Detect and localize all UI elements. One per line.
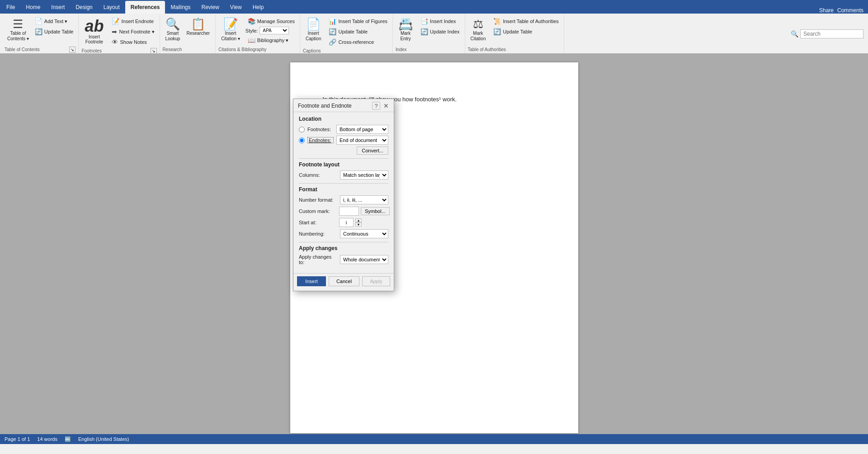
- mark-citation-button[interactable]: ⚖ MarkCitation: [468, 16, 489, 43]
- insert-footnote-button[interactable]: ab InsertFootnote: [81, 16, 107, 46]
- tab-review[interactable]: Review: [196, 1, 225, 14]
- share-button[interactable]: Share: [819, 7, 834, 14]
- dialog-footer: Insert Cancel Apply: [293, 273, 394, 291]
- ribbon-group-captions: 📄 InsertCaption 📊 Insert Table of Figure…: [300, 14, 393, 53]
- style-label: Style:: [245, 28, 258, 33]
- smart-lookup-button[interactable]: 🔍 SmartLookup: [163, 16, 183, 43]
- status-bar: Page 1 of 1 14 words 🔤 English (United S…: [0, 434, 868, 444]
- show-notes-button[interactable]: 👁 Show Notes: [109, 37, 156, 47]
- tab-view[interactable]: View: [225, 1, 247, 14]
- update-captions-table-button[interactable]: 🔄 Update Table: [326, 27, 390, 37]
- dialog-close-button[interactable]: ✕: [382, 102, 390, 110]
- footnote-icon: ab: [85, 18, 104, 34]
- table-of-contents-button[interactable]: ☰ Table ofContents ▾: [5, 16, 32, 43]
- search-input[interactable]: [800, 29, 863, 38]
- insert-citation-icon: 📝: [223, 18, 238, 30]
- location-section: Location Footnotes: Bottom of page Endno…: [299, 116, 388, 155]
- bibliography-button[interactable]: 📖 Bibliography ▾: [245, 35, 297, 45]
- footnotes-radio[interactable]: [299, 127, 305, 132]
- research-group-label: Research: [163, 46, 182, 53]
- endnotes-radio-label: Endnotes:: [307, 137, 334, 143]
- dialog-titlebar: Footnote and Endnote ? ✕: [293, 99, 394, 112]
- update-toc-icon: 🔄: [35, 28, 42, 35]
- insert-citation-button[interactable]: 📝 InsertCitation ▾: [218, 16, 243, 43]
- mark-citation-icon: ⚖: [473, 18, 483, 30]
- status-language: English (United States): [78, 436, 129, 442]
- columns-select[interactable]: Match section layout: [340, 170, 388, 180]
- tab-help[interactable]: Help: [247, 1, 269, 14]
- next-footnote-icon: ➡: [112, 28, 117, 35]
- show-notes-icon: 👁: [112, 38, 118, 46]
- dialog-body: Location Footnotes: Bottom of page Endno…: [293, 112, 394, 273]
- symbol-button[interactable]: Symbol...: [361, 207, 390, 215]
- format-section: Format Number format: i, ii, iii, ... Cu…: [299, 186, 388, 238]
- ribbon-container: File Home Insert Design Layout Reference…: [0, 0, 868, 53]
- style-select[interactable]: APA: [259, 27, 289, 34]
- toc-group-expand[interactable]: ↘: [69, 47, 75, 53]
- custom-mark-input[interactable]: [339, 207, 359, 216]
- mark-entry-button[interactable]: 📇 MarkEntry: [396, 16, 415, 43]
- toc-group-label: Table of Contents: [5, 46, 40, 53]
- number-format-label: Number format:: [299, 197, 337, 203]
- search-area: 🔍: [786, 14, 868, 53]
- comments-button[interactable]: Comments: [837, 7, 863, 14]
- update-index-button[interactable]: 🔄 Update Index: [418, 27, 462, 37]
- apply-button[interactable]: Apply: [362, 276, 390, 286]
- search-icon: 🔍: [791, 30, 798, 38]
- insert-authorities-icon: 📜: [493, 18, 501, 25]
- update-authorities-button[interactable]: 🔄 Update Table: [491, 27, 561, 37]
- location-section-label: Location: [299, 116, 388, 122]
- insert-citation-label: InsertCitation ▾: [221, 31, 240, 42]
- custom-mark-row: Custom mark: Symbol...: [299, 207, 388, 216]
- tab-file[interactable]: File: [1, 1, 20, 14]
- update-authorities-icon: 🔄: [493, 28, 501, 35]
- spinner-up-button[interactable]: ▲: [355, 218, 362, 222]
- endnotes-radio[interactable]: [299, 137, 305, 143]
- manage-sources-button[interactable]: 📚 Manage Sources: [245, 16, 297, 26]
- tab-layout[interactable]: Layout: [98, 1, 125, 14]
- tab-insert[interactable]: Insert: [46, 1, 70, 14]
- tab-references[interactable]: References: [125, 1, 165, 14]
- insert-endnote-icon: 📝: [112, 18, 119, 25]
- tab-design[interactable]: Design: [70, 1, 98, 14]
- tab-mailings[interactable]: Mailings: [165, 1, 196, 14]
- footnotes-location-select[interactable]: Bottom of page: [336, 125, 388, 134]
- toc-icon: ☰: [13, 18, 23, 30]
- update-index-icon: 🔄: [420, 28, 428, 35]
- spinner-down-button[interactable]: ▼: [355, 222, 362, 227]
- insert-caption-button[interactable]: 📄 InsertCaption: [303, 16, 324, 43]
- cross-reference-button[interactable]: 🔗 Cross-reference: [326, 37, 390, 47]
- numbering-label: Numbering:: [299, 231, 337, 236]
- convert-button[interactable]: Convert...: [357, 147, 388, 155]
- ribbon-group-research: 🔍 SmartLookup 📋 Researcher Research: [160, 14, 216, 53]
- researcher-button[interactable]: 📋 Researcher: [184, 16, 212, 38]
- smart-lookup-label: SmartLookup: [165, 31, 180, 42]
- section-divider-3: [299, 242, 388, 242]
- researcher-label: Researcher: [186, 31, 210, 36]
- insert-table-of-figures-button[interactable]: 📊 Insert Table of Figures: [326, 16, 390, 26]
- start-at-label: Start at:: [299, 220, 337, 225]
- dialog-help-button[interactable]: ?: [372, 102, 380, 110]
- insert-index-button[interactable]: 📑 Insert Index: [418, 16, 462, 26]
- insert-index-icon: 📑: [420, 18, 428, 25]
- endnotes-location-select[interactable]: End of document: [336, 136, 388, 145]
- update-toc-button[interactable]: 🔄 Update Table: [33, 27, 76, 37]
- section-divider-1: [299, 158, 388, 159]
- insert-endnote-button[interactable]: 📝 Insert Endnote: [109, 16, 156, 26]
- dialog-controls: ? ✕: [372, 102, 390, 110]
- add-text-icon: 📄: [35, 18, 42, 25]
- insert-footnote-label: InsertFootnote: [85, 34, 103, 44]
- start-at-input[interactable]: i: [339, 218, 354, 227]
- add-text-button[interactable]: 📄 Add Text ▾: [33, 16, 76, 26]
- numbering-select[interactable]: Continuous: [340, 229, 388, 238]
- number-format-select[interactable]: i, ii, iii, ...: [340, 195, 388, 204]
- insert-authorities-button[interactable]: 📜 Insert Table of Authorities: [491, 16, 561, 26]
- ribbon-group-citations: 📝 InsertCitation ▾ 📚 Manage Sources Styl…: [216, 14, 300, 53]
- apply-changes-to-select[interactable]: Whole document: [340, 255, 388, 264]
- researcher-icon: 📋: [191, 18, 205, 30]
- insert-button[interactable]: Insert: [297, 276, 326, 286]
- index-group-label: Index: [396, 46, 406, 53]
- next-footnote-button[interactable]: ➡ Next Footnote ▾: [109, 27, 156, 37]
- cancel-button[interactable]: Cancel: [329, 276, 359, 286]
- tab-home[interactable]: Home: [20, 1, 46, 14]
